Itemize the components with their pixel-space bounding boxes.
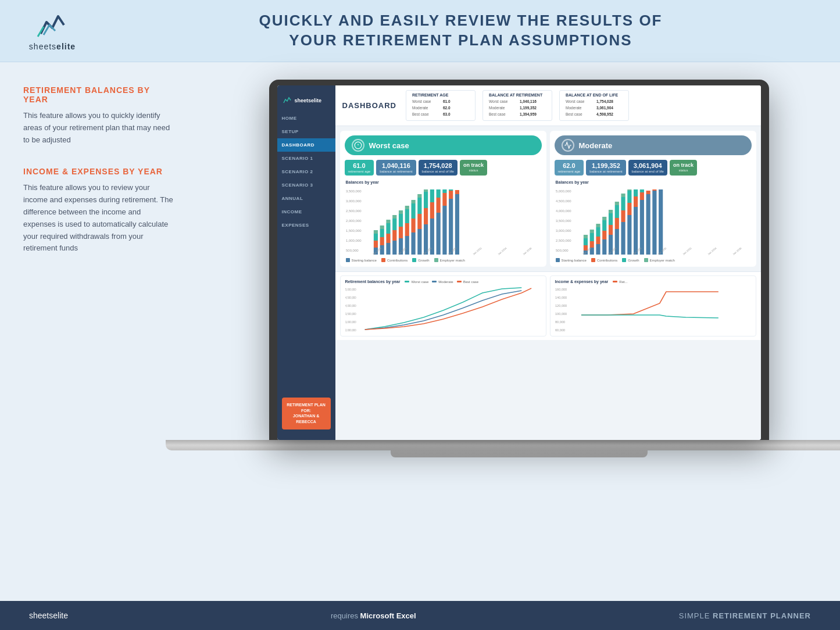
bc-leg-dot-moderate <box>432 281 437 282</box>
svg-rect-97 <box>621 210 625 222</box>
svg-rect-113 <box>652 189 656 191</box>
svg-rect-104 <box>634 207 638 255</box>
svg-text:3,000,000: 3,000,000 <box>556 229 571 232</box>
svg-text:4,500,000: 4,500,000 <box>556 199 571 202</box>
svg-text:4,000,000: 4,000,000 <box>345 305 356 307</box>
mod-kpi-status: on track status <box>670 160 697 176</box>
moderate-chart-section: Balances by year 5,000,000 4,500,000 4,0… <box>555 180 752 262</box>
svg-rect-34 <box>411 203 415 219</box>
mod-kpi-row: 62.0 retirement age 1,199,352 balance at… <box>555 160 752 176</box>
main-content: RETIREMENT BALANCES BY YEAR This feature… <box>0 62 840 605</box>
cta-line3: Rebecca <box>285 419 327 425</box>
worst-chart-section: Balances by year 3,500,000 3,000,000 2,5… <box>345 180 542 262</box>
stat-val-worst-balret: 1,040,116 <box>520 99 546 103</box>
svg-rect-80 <box>596 244 600 255</box>
svg-rect-26 <box>398 214 402 227</box>
stat-row-worst: Worst case 61.0 <box>412 99 469 104</box>
footer-brand: sheetssheetseliteelite <box>29 611 68 620</box>
logo-text: sheetselite <box>29 42 76 51</box>
nav-home[interactable]: HOME <box>277 112 335 125</box>
laptop-screen: sheetselite HOME SETUP DASHBOARD SCENARI… <box>277 85 761 440</box>
svg-rect-110 <box>646 194 650 255</box>
svg-rect-49 <box>436 189 440 198</box>
mod-legend-contributions: Contributions <box>591 258 617 262</box>
svg-rect-11 <box>373 230 377 234</box>
svg-rect-13 <box>380 237 384 245</box>
svg-text:Jan 2036: Jan 2036 <box>522 246 532 255</box>
svg-text:2,000,000: 2,000,000 <box>345 329 356 332</box>
nav-annual[interactable]: ANNUAL <box>277 192 335 205</box>
svg-rect-54 <box>449 191 453 199</box>
svg-text:500,000: 500,000 <box>346 249 359 252</box>
nav-expenses[interactable]: EXPENSES <box>277 219 335 232</box>
svg-text:Jan 2032: Jan 2032 <box>682 246 692 255</box>
svg-text:4,500,000: 4,500,000 <box>345 296 356 299</box>
stat-val-worst-age: 61.0 <box>443 99 469 103</box>
moderate-chart-legend: Starting balance Contributions <box>556 258 750 262</box>
svg-rect-50 <box>442 206 446 255</box>
stat-val-best-baleol: 4,598,952 <box>596 112 623 116</box>
svg-rect-21 <box>392 230 396 241</box>
laptop-container: sheetselite HOME SETUP DASHBOARD SCENARI… <box>198 80 840 605</box>
nav-income[interactable]: INCOME <box>277 205 335 219</box>
svg-text:Jan 2036: Jan 2036 <box>732 246 742 255</box>
svg-rect-75 <box>583 235 587 238</box>
stat-row-best-balret: Best case 1,394,959 <box>489 112 546 117</box>
nav-scenario1[interactable]: SCENARIO 1 <box>277 152 335 165</box>
feature1-desc: This feature allows you to quickly ident… <box>23 110 174 146</box>
nav-scenario2[interactable]: SCENARIO 2 <box>277 165 335 178</box>
moderate-title: Moderate <box>579 141 613 150</box>
scenario-card-worst: Worst case 61.0 retirement age 1,040,116 <box>340 131 546 267</box>
svg-rect-16 <box>386 243 390 255</box>
legend-dot-contributions <box>381 258 385 262</box>
svg-rect-95 <box>614 202 619 205</box>
svg-rect-38 <box>417 198 421 214</box>
nav-setup[interactable]: SETUP <box>277 125 335 138</box>
svg-rect-94 <box>614 205 619 218</box>
mod-legend-dot-employer-match <box>644 258 648 262</box>
svg-rect-93 <box>614 218 619 229</box>
nav-scenario3[interactable]: SCENARIO 3 <box>277 178 335 192</box>
svg-rect-33 <box>411 219 415 232</box>
svg-rect-99 <box>621 194 625 197</box>
dashboard-label: DASHBOARD <box>342 101 397 110</box>
laptop-base <box>166 440 840 450</box>
sidebar-logo-text: sheetselite <box>295 98 322 103</box>
svg-rect-89 <box>608 225 612 235</box>
bc-leg-dot-best <box>457 281 462 282</box>
svg-text:3,500,000: 3,500,000 <box>345 313 356 316</box>
mod-kpi-retirement-age: 62.0 retirement age <box>555 160 584 176</box>
svg-rect-56 <box>455 194 459 255</box>
svg-rect-32 <box>411 232 415 255</box>
stat-val-mod-age: 62.0 <box>443 106 469 110</box>
svg-rect-83 <box>596 224 600 227</box>
svg-rect-19 <box>386 220 390 223</box>
laptop-outer: sheetselite HOME SETUP DASHBOARD SCENARI… <box>269 80 769 440</box>
bottom-chart-income-expenses: Income & expenses by year Ret... <box>550 275 756 337</box>
svg-rect-105 <box>634 196 638 207</box>
moderate-chart-title: Balances by year <box>556 180 750 184</box>
dashboard-main: DASHBOARD Retirement age Worst case <box>335 85 761 440</box>
stat-val-best-balret: 1,394,959 <box>520 112 546 116</box>
svg-rect-14 <box>380 229 384 237</box>
left-panel: RETIREMENT BALANCES BY YEAR This feature… <box>23 80 186 605</box>
nav-dashboard[interactable]: DASHBOARD <box>277 138 335 152</box>
svg-rect-15 <box>380 225 384 229</box>
legend-dot-growth <box>412 258 416 262</box>
svg-rect-79 <box>589 230 594 233</box>
cta-line2: Jonathan & <box>285 413 327 419</box>
svg-rect-52 <box>442 189 446 193</box>
svg-text:2,000,000: 2,000,000 <box>346 219 362 222</box>
svg-rect-43 <box>424 189 428 192</box>
nav-cta[interactable]: RETIREMENT PLAN FOR: Jonathan & Rebecca <box>282 398 331 429</box>
svg-text:5,000,000: 5,000,000 <box>556 189 571 192</box>
svg-text:3,500,000: 3,500,000 <box>346 189 362 192</box>
svg-text:3,000,000: 3,000,000 <box>345 321 356 324</box>
mod-legend-growth: Growth <box>622 258 639 262</box>
legend-growth: Growth <box>412 258 429 262</box>
logo-area: sheetselite <box>23 10 81 51</box>
top-bar: DASHBOARD Retirement age Worst case <box>335 85 761 126</box>
svg-rect-108 <box>639 192 644 200</box>
worst-kpi-retirement-age: 61.0 retirement age <box>345 160 374 176</box>
worst-kpi-balance-ret: 1,040,116 balance at retirement <box>376 160 416 176</box>
